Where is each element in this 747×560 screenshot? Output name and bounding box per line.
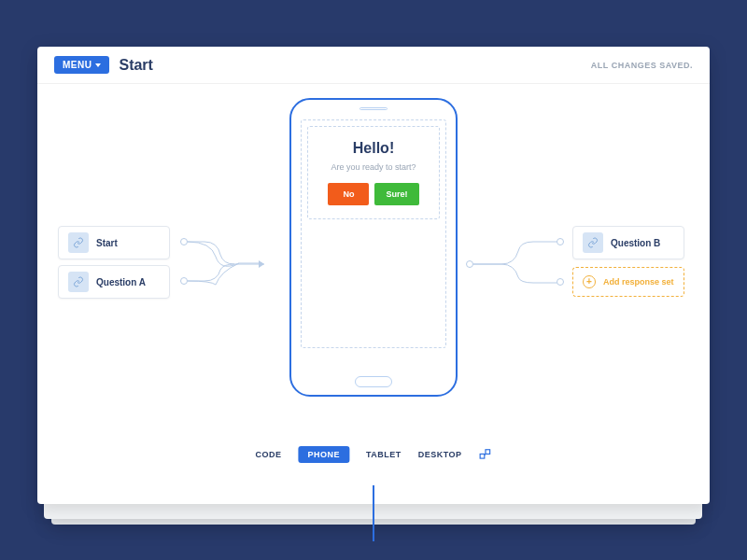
- top-bar-left: MENU Start: [54, 56, 153, 74]
- stack-connector-line: [373, 485, 374, 541]
- save-status: ALL CHANGES SAVED.: [591, 61, 693, 70]
- tab-tablet[interactable]: TABLET: [366, 450, 402, 459]
- svg-rect-1: [486, 450, 490, 455]
- link-icon: [68, 232, 89, 253]
- page-title: Start: [119, 57, 152, 74]
- link-icon: [68, 272, 89, 292]
- menu-button[interactable]: MENU: [54, 56, 109, 74]
- link-icon: [583, 232, 603, 253]
- node-question-b[interactable]: Question B: [572, 226, 684, 259]
- phone-preview: Hello! Are you ready to start? No Sure!: [289, 98, 458, 397]
- connector-left: [188, 238, 276, 289]
- plus-icon: +: [583, 275, 596, 288]
- add-response-button[interactable]: + Add response set: [572, 267, 684, 297]
- view-mode-tabs: CODE PHONE TABLET DESKTOP: [255, 446, 491, 463]
- connector-port[interactable]: [557, 238, 564, 245]
- connector-port[interactable]: [180, 277, 188, 285]
- card-stack: MENU Start ALL CHANGES SAVED. Start Ques…: [37, 47, 710, 513]
- preview-heading: Hello!: [353, 140, 394, 157]
- connector-port[interactable]: [466, 260, 473, 268]
- svg-rect-0: [480, 454, 485, 458]
- preview-yes-button[interactable]: Sure!: [374, 183, 418, 205]
- node-label: Question B: [611, 238, 660, 248]
- phone-speaker: [359, 107, 388, 110]
- preview-subtext: Are you ready to start?: [331, 162, 416, 172]
- expand-icon[interactable]: [479, 448, 492, 461]
- flow-canvas[interactable]: Start Question A: [37, 84, 710, 476]
- top-bar: MENU Start ALL CHANGES SAVED.: [37, 47, 710, 84]
- menu-button-label: MENU: [63, 60, 92, 70]
- tab-desktop[interactable]: DESKTOP: [418, 450, 462, 459]
- tab-phone[interactable]: PHONE: [298, 446, 349, 463]
- preview-button-row: No Sure!: [328, 183, 418, 205]
- chevron-down-icon: [95, 63, 101, 67]
- node-start[interactable]: Start: [58, 226, 170, 259]
- preview-no-button[interactable]: No: [328, 183, 369, 205]
- node-label: Start: [96, 238, 118, 248]
- node-question-a[interactable]: Question A: [58, 265, 170, 299]
- phone-screen: Hello! Are you ready to start? No Sure!: [301, 119, 446, 348]
- preview-content: Hello! Are you ready to start? No Sure!: [307, 126, 440, 219]
- connector-port[interactable]: [557, 278, 564, 286]
- connector-port[interactable]: [180, 238, 188, 245]
- node-label: Question A: [96, 277, 146, 287]
- connector-right: [473, 236, 562, 292]
- editor-card: MENU Start ALL CHANGES SAVED. Start Ques…: [37, 47, 710, 504]
- add-response-label: Add response set: [603, 277, 674, 287]
- phone-home-button: [355, 376, 392, 387]
- tab-code[interactable]: CODE: [255, 450, 281, 459]
